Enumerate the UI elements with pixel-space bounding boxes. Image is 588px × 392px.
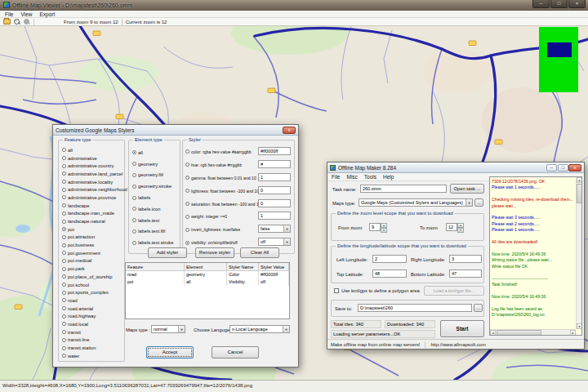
language-select[interactable]: x-Local Language▼ [229, 325, 290, 333]
radio-icon[interactable] [62, 267, 66, 271]
radio-icon[interactable] [62, 212, 66, 216]
mapmaker-status-url[interactable]: http://www.allmapsoft.com [430, 342, 485, 347]
stepper-arrows-icon[interactable]: ▲▼ [457, 223, 464, 231]
styler-value-input[interactable]: 0 [258, 199, 291, 207]
radio-icon[interactable] [62, 322, 66, 326]
feature-option-transit.station[interactable]: transit.station [62, 344, 123, 352]
feature-option-poi.medical[interactable]: poi.medical [62, 257, 123, 265]
styler-value-select[interactable]: off▼ [258, 238, 291, 246]
mm-maps-type-select[interactable]: Google Maps (Customized Stylers and Lang… [359, 198, 473, 207]
cancel-button[interactable]: Cancel [212, 346, 259, 359]
chevron-down-icon[interactable]: ▼ [283, 238, 290, 245]
stylers-table[interactable]: FeatureElementStyler NameStyler Value ro… [125, 262, 290, 319]
task-name-input[interactable]: 260.omm [360, 185, 447, 193]
open-folder-icon[interactable] [3, 19, 11, 24]
kml-checkbox[interactable] [334, 288, 339, 293]
table-row[interactable]: roadgeometryColor#ff0000ff [126, 271, 289, 278]
log-panel[interactable]: 7309 12/2078/1439.png: OKPlease wait 1 s… [489, 176, 582, 336]
element-option-labels[interactable]: labels [132, 192, 179, 203]
radio-icon[interactable] [185, 241, 189, 245]
mapmaker-menu-misc[interactable]: Misc [346, 174, 357, 180]
radio-icon[interactable] [62, 283, 66, 287]
from-zoom-value[interactable]: 9 [369, 223, 381, 231]
radio-icon[interactable] [132, 150, 136, 154]
feature-option-administrative.province[interactable]: administrative.province [62, 194, 123, 202]
element-option-geometry[interactable]: geometry [132, 158, 179, 170]
top-latitude-input[interactable]: 48 [372, 270, 407, 278]
radio-icon[interactable] [62, 148, 66, 152]
add-styler-button[interactable]: Add styler [148, 247, 187, 258]
mapmaker-titlebar[interactable]: Offline Map Maker 8.284 – □ x [327, 163, 584, 173]
element-option-labels.icon[interactable]: labels.icon [132, 203, 179, 215]
styler-value-input[interactable]: # [258, 160, 291, 168]
from-zoom-stepper[interactable]: 9 ▲▼ [369, 223, 387, 231]
radio-icon[interactable] [62, 180, 66, 184]
radio-icon[interactable] [185, 149, 189, 154]
menu-file[interactable]: File [5, 11, 13, 17]
feature-option-road.arterial[interactable]: road.arterial [62, 305, 123, 313]
radio-icon[interactable] [62, 306, 66, 310]
stylers-dialog-titlebar[interactable]: Customized Google Maps Stylers x [53, 125, 298, 136]
feature-option-road[interactable]: road [62, 296, 123, 305]
radio-icon[interactable] [62, 291, 66, 295]
radio-icon[interactable] [62, 354, 66, 358]
feature-option-poi.school[interactable]: poi.school [62, 281, 123, 289]
close-icon[interactable]: x [568, 164, 581, 172]
scroll-left-icon[interactable]: ◄ [490, 330, 496, 336]
styler-value-input[interactable]: 1 [258, 212, 291, 220]
radio-icon[interactable] [185, 163, 189, 167]
stylers-table-header-cell[interactable]: Styler Value [259, 263, 289, 270]
radio-icon[interactable] [132, 173, 136, 177]
mapmaker-menu-help[interactable]: Help [383, 174, 394, 180]
table-row[interactable]: poiallVisibilityoff [126, 278, 289, 286]
zoom-out-icon[interactable]: − [14, 19, 20, 25]
remove-styler-button[interactable]: Remove styler [195, 247, 234, 258]
scroll-thumb[interactable] [497, 330, 541, 336]
feature-option-poi.government[interactable]: poi.government [62, 249, 123, 257]
styler-value-select[interactable]: false▼ [258, 225, 291, 233]
left-longitude-input[interactable]: 2 [372, 255, 407, 263]
radio-icon[interactable] [62, 274, 66, 278]
radio-icon[interactable] [132, 196, 136, 200]
chevron-down-icon[interactable]: ▼ [283, 225, 290, 232]
to-zoom-stepper[interactable]: 12 ▲▼ [446, 223, 464, 231]
save-to-input[interactable]: D:\mapstest\260 [358, 304, 472, 312]
feature-option-road.highway[interactable]: road.highway [62, 312, 123, 320]
chevron-down-icon[interactable]: ▼ [178, 326, 185, 332]
radio-icon[interactable] [62, 227, 66, 231]
feature-option-landscape.man_made[interactable]: landscape.man_made [62, 210, 123, 218]
element-option-labels.text[interactable]: labels.text [132, 215, 179, 226]
radio-icon[interactable] [62, 164, 66, 168]
feature-option-landscape[interactable]: landscape [62, 202, 123, 210]
radio-icon[interactable] [62, 251, 66, 255]
radio-icon[interactable] [132, 162, 136, 166]
feature-option-administrative[interactable]: administrative [62, 154, 123, 163]
styler-value-input[interactable]: 0 [258, 186, 291, 194]
radio-icon[interactable] [62, 156, 66, 160]
feature-option-poi[interactable]: poi [62, 225, 123, 234]
element-option-geometry.stroke[interactable]: geometry.stroke [132, 180, 179, 192]
radio-icon[interactable] [185, 176, 189, 180]
save-browse-button[interactable]: ... [474, 304, 483, 312]
minimize-button[interactable]: – [532, 0, 550, 8]
styler-value-input[interactable]: #ff0000ff [258, 147, 291, 155]
menu-export[interactable]: Export [39, 11, 55, 17]
maps-type-more-button[interactable]: ... [474, 198, 483, 207]
feature-option-water[interactable]: water [62, 352, 123, 360]
radio-icon[interactable] [132, 218, 136, 222]
feature-option-transit.line[interactable]: transit.line [62, 336, 123, 345]
scroll-right-icon[interactable]: ► [570, 330, 576, 336]
radio-icon[interactable] [62, 235, 66, 239]
load-kml-button[interactable]: Load a kml/gpx file... [424, 286, 484, 296]
scroll-thumb[interactable] [577, 184, 582, 203]
radio-icon[interactable] [185, 189, 189, 193]
accept-button[interactable]: Accept [146, 346, 194, 359]
radio-icon[interactable] [132, 229, 136, 234]
radio-icon[interactable] [132, 185, 136, 189]
radio-icon[interactable] [62, 330, 66, 334]
zoom-in-icon[interactable]: + [24, 19, 30, 25]
radio-icon[interactable] [62, 195, 66, 199]
start-button[interactable]: Start [440, 320, 484, 337]
mapmaker-menu-file[interactable]: File [332, 174, 340, 180]
element-option-geometry.fill[interactable]: geometry.fill [132, 170, 179, 181]
